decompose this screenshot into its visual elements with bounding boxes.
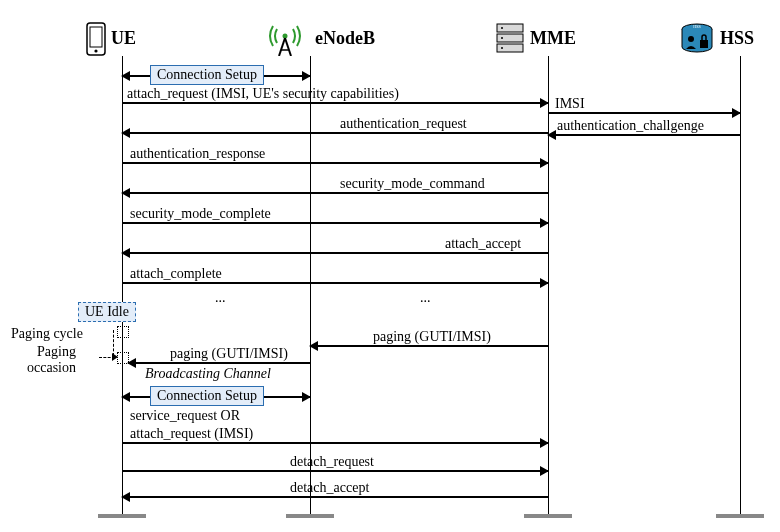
actor-mme-label: MME [530,28,576,49]
label-paging-mme-enb: paging (GUTI/IMSI) [373,329,491,345]
svg-point-3 [283,34,288,39]
svg-text:HSS: HSS [693,24,700,29]
arrow-sec-mode-complete [122,222,548,224]
svg-point-12 [501,47,503,49]
lifeline-ue [122,56,123,514]
label-detach-request: detach_request [290,454,374,470]
lifeline-hss [740,56,741,514]
svg-rect-1 [90,27,102,47]
antenna-icon [265,20,305,56]
label-auth-challenge: authentication_challgenge [557,118,704,134]
label-auth-response: authentication_response [130,146,265,162]
arrow-service-or-attach [122,442,548,444]
label-attach-accept: attach_accept [445,236,521,252]
paging-cycle-marker [117,326,129,338]
lifeline-foot [716,514,764,518]
label-paging-enb-ue: paging (GUTI/IMSI) [170,346,288,362]
svg-line-5 [285,38,291,56]
svg-rect-7 [497,24,523,32]
actor-enodeb-label: eNodeB [315,28,375,49]
actor-ue-label: UE [111,28,136,49]
svg-line-4 [279,38,285,56]
arrow-imsi [548,112,740,114]
lifeline-foot [286,514,334,518]
lifeline-foot [98,514,146,518]
label-paging-cycle: Paging cycle [11,326,83,342]
arrow-attach-accept [122,252,548,254]
arrow-attach-request [122,102,548,104]
connection-setup-box-2: Connection Setup [150,386,264,406]
connection-setup-box-1: Connection Setup [150,65,264,85]
arrow-detach-accept [122,496,548,498]
lifeline-foot [524,514,572,518]
paging-dashed-arrow-head [112,353,118,361]
svg-point-2 [94,49,97,52]
label-service-request: service_request OR [130,408,240,424]
ellipsis-2: ... [420,290,431,306]
svg-rect-9 [497,44,523,52]
svg-rect-16 [700,40,708,48]
arrow-paging-enb-ue [128,362,310,364]
label-auth-request: authentication_request [340,116,467,132]
sequence-diagram: HSS UE eNodeB MME HSS Connection Setup a… [0,0,780,532]
ellipsis-1: ... [215,290,226,306]
label-attach-request-imsi: attach_request (IMSI) [130,426,253,442]
arrow-sec-mode-cmd [122,192,548,194]
lifeline-enodeb [310,56,311,514]
arrow-attach-complete [122,282,548,284]
arrow-auth-response [122,162,548,164]
label-sec-mode-complete: security_mode_complete [130,206,271,222]
svg-point-10 [501,27,503,29]
label-imsi: IMSI [555,96,585,112]
label-paging-occasion-2: occasion [27,360,76,376]
arrow-auth-request [122,132,548,134]
server-icon [495,22,525,54]
arrow-detach-request [122,470,548,472]
phone-icon [85,22,107,56]
label-attach-complete: attach_complete [130,266,222,282]
ue-idle-box: UE Idle [78,302,136,322]
svg-point-15 [688,36,694,42]
svg-rect-8 [497,34,523,42]
label-broadcasting-channel: Broadcasting Channel [145,366,271,382]
label-paging-occasion-1: Paging [37,344,76,360]
actor-hss-label: HSS [720,28,754,49]
label-attach-request: attach_request (IMSI, UE's security capa… [127,86,399,102]
label-detach-accept: detach_accept [290,480,369,496]
arrow-auth-challenge [548,134,740,136]
svg-point-11 [501,37,503,39]
label-sec-mode-cmd: security_mode_command [340,176,485,192]
hss-icon: HSS [680,22,714,54]
arrow-paging-mme-enb [310,345,548,347]
